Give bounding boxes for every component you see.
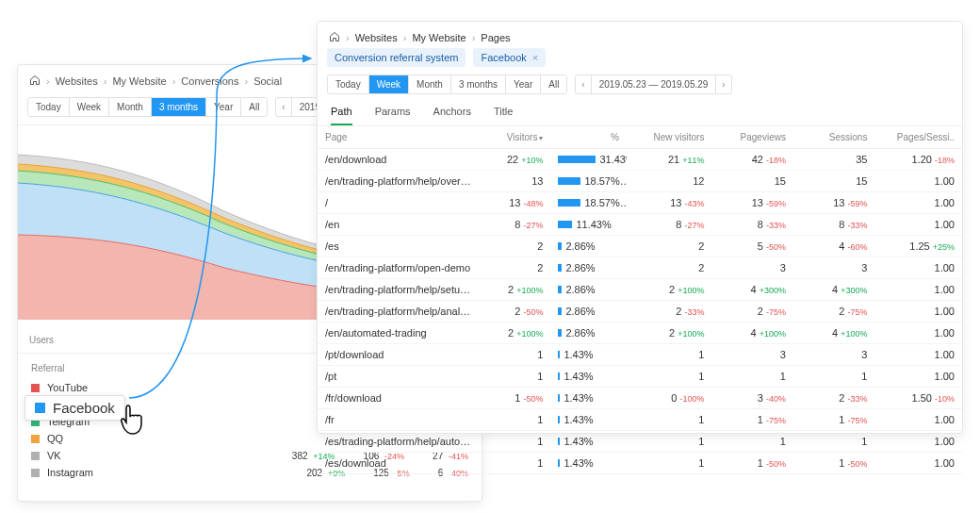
filter-label: Facebook <box>481 52 526 63</box>
range-3-months[interactable]: 3 months <box>451 75 506 93</box>
right-panel: › Websites › My Website › Pages Conversi… <box>317 21 963 434</box>
referral-label: Facebook <box>53 400 115 416</box>
range-year[interactable]: Year <box>206 98 241 116</box>
crumb[interactable]: Social <box>253 75 282 87</box>
cell: 1 <box>793 431 875 453</box>
range-month[interactable]: Month <box>109 98 152 116</box>
table-row[interactable]: /en/trading-platform/help/overview/da..1… <box>318 171 962 192</box>
chevron-right-icon: › <box>172 75 176 87</box>
tab-anchors[interactable]: Anchors <box>433 106 471 125</box>
cell: 1 <box>479 344 550 366</box>
range-today[interactable]: Today <box>328 75 369 93</box>
cell: 1.43% <box>550 344 626 366</box>
cell: 2.86% <box>550 236 626 257</box>
chevron-right-icon: › <box>244 75 248 87</box>
table-row[interactable]: /en/trading-platform/help/setup/settin..… <box>318 279 962 301</box>
col-header[interactable]: New visitors <box>627 126 712 149</box>
tab-params[interactable]: Params <box>375 106 411 125</box>
range-all[interactable]: All <box>541 75 566 93</box>
table-row[interactable]: /es22.86%25-50%4-60%1.25+25% <box>318 236 962 257</box>
cell: 1.00 <box>874 431 962 453</box>
col-header[interactable]: Pages/Sessi.. <box>874 126 962 149</box>
cell: 1.43% <box>550 409 626 431</box>
cell: 2 <box>627 257 712 279</box>
home-icon[interactable] <box>329 31 340 44</box>
table-row[interactable]: /13-48%18.57%13-43%13-59%13-59%1.00 <box>318 192 962 214</box>
cell: 3 <box>711 344 793 366</box>
range-month[interactable]: Month <box>409 75 451 93</box>
crumb[interactable]: My Website <box>112 75 166 87</box>
table-row[interactable]: /pt11.43%1111.00 <box>318 366 962 388</box>
table-row[interactable]: /en8-27%11.43%8-27%8-33%8-33%1.00 <box>318 214 962 236</box>
cell: /es/trading-platform/help/autotrading/.. <box>318 431 479 453</box>
crumb[interactable]: My Website <box>412 32 466 43</box>
cell: 42-18% <box>711 149 793 171</box>
range-week[interactable]: Week <box>70 98 109 116</box>
table-row[interactable]: /es/trading-platform/help/autotrading/..… <box>318 431 962 453</box>
filter-row: Conversion referral system Facebook× <box>318 48 962 74</box>
col-header[interactable]: Pageviews <box>711 126 793 149</box>
range-year[interactable]: Year <box>506 75 541 93</box>
cell: 2+100% <box>479 279 550 301</box>
col-header[interactable]: Visitors▾ <box>479 126 550 149</box>
cell: 2 <box>479 236 550 257</box>
home-icon[interactable] <box>29 74 41 88</box>
color-swatch <box>31 384 40 392</box>
chevron-right-icon[interactable]: › <box>715 75 730 93</box>
range-week[interactable]: Week <box>369 75 409 93</box>
cell: /es <box>318 236 479 257</box>
color-swatch <box>35 403 45 413</box>
cell: 3 <box>711 257 793 279</box>
cell: 5-50% <box>711 236 793 257</box>
table-row[interactable]: /fr11.43%11-75%1-75%1.00 <box>318 409 962 431</box>
cell: 2 <box>627 236 712 257</box>
table-row[interactable]: /en/download22+10%31.43%21+11%42-18%351.… <box>318 149 962 171</box>
referral-highlight-facebook[interactable]: Facebook <box>24 395 125 421</box>
table-row[interactable]: /en/trading-platform/help/analytics/te..… <box>318 301 962 323</box>
chevron-left-icon[interactable]: ‹ <box>576 75 591 93</box>
cell: 22+10% <box>479 149 550 171</box>
cell: 2-33% <box>793 388 875 409</box>
cell: / <box>318 192 479 214</box>
cell: 2+100% <box>627 279 712 301</box>
close-icon[interactable]: × <box>532 52 538 63</box>
cell: 1 <box>627 344 712 366</box>
tab-title[interactable]: Title <box>494 106 513 125</box>
table-row[interactable]: /en/automated-trading2+100%2.86%2+100%4+… <box>318 323 962 344</box>
filter-chip-facebook[interactable]: Facebook× <box>473 48 546 67</box>
chevron-right-icon: › <box>46 75 50 87</box>
cell: 15 <box>711 171 793 192</box>
crumb[interactable]: Pages <box>481 32 510 43</box>
cell: /en/trading-platform/help/overview/da.. <box>318 171 479 192</box>
table-row[interactable]: /en/trading-platform/open-demo22.86%2331… <box>318 257 962 279</box>
crumb[interactable]: Websites <box>56 75 98 87</box>
cell: 1 <box>711 431 793 453</box>
chevron-right-icon: › <box>472 32 476 43</box>
col-header[interactable]: Sessions <box>793 126 875 149</box>
cell: 18.57% <box>550 192 626 214</box>
range-all[interactable]: All <box>241 98 267 116</box>
crumb[interactable]: Websites <box>355 32 398 43</box>
range-3-months[interactable]: 3 months <box>152 98 206 116</box>
cell: /en/download <box>318 149 479 171</box>
cell: 1 <box>627 366 712 388</box>
tab-path[interactable]: Path <box>331 106 352 125</box>
cell: 1.00 <box>874 171 962 192</box>
chevron-right-icon: › <box>346 32 350 43</box>
col-header[interactable]: % <box>550 126 626 149</box>
range-today[interactable]: Today <box>28 98 70 116</box>
crumb[interactable]: Conversions <box>181 75 238 87</box>
cell: 1.43% <box>550 366 626 388</box>
cell: 1.00 <box>874 409 962 431</box>
table-row[interactable]: /fr/download1-50%1.43%0-100%3-40%2-33%1.… <box>318 388 962 409</box>
table-row[interactable]: /pt/download11.43%1331.00 <box>318 344 962 366</box>
range-segment-left: TodayWeekMonth3 monthsYearAll <box>27 97 268 117</box>
filter-chip-system[interactable]: Conversion referral system <box>327 48 466 67</box>
cursor-hand-icon <box>119 404 147 438</box>
date-picker-right[interactable]: ‹ 2019.05.23 — 2019.05.29 › <box>575 74 731 94</box>
table-row[interactable]: /es/download11.43%11-50%1-50%1.00 <box>318 453 962 474</box>
chevron-left-icon[interactable]: ‹ <box>276 98 291 116</box>
col-header[interactable]: Page <box>318 126 479 149</box>
cell: 1.50-10% <box>874 388 962 409</box>
cell: 1-75% <box>793 409 875 431</box>
